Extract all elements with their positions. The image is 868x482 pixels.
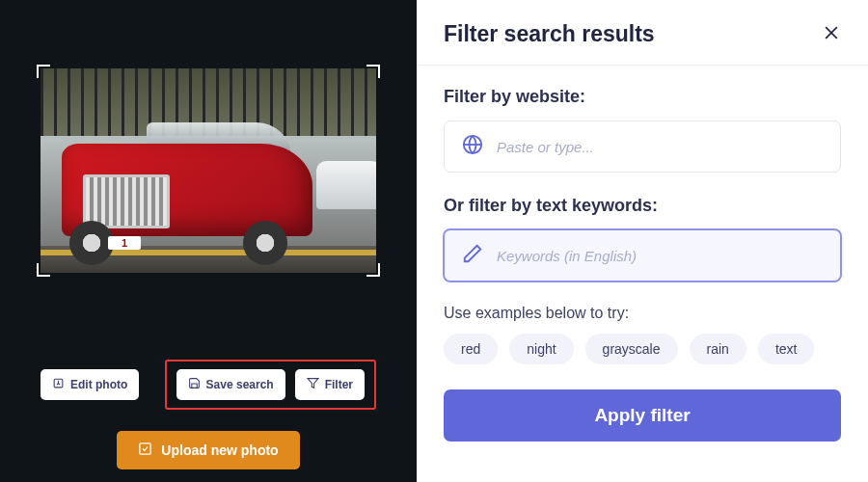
chip-grayscale[interactable]: grayscale <box>585 334 678 364</box>
filter-panel: Filter search results Filter by website:… <box>417 0 868 482</box>
filter-label: Filter <box>325 378 353 391</box>
upload-new-photo-button[interactable]: Upload new photo <box>117 431 299 469</box>
save-search-button[interactable]: Save search <box>176 369 285 400</box>
close-icon[interactable] <box>822 23 841 46</box>
pencil-icon <box>462 243 483 268</box>
chip-red[interactable]: red <box>444 334 498 364</box>
chip-text[interactable]: text <box>758 334 815 364</box>
photo-actions: Edit photo Save search Filter <box>41 360 376 410</box>
save-search-label: Save search <box>206 378 274 391</box>
svg-rect-2 <box>140 443 150 454</box>
filter-keywords-label: Or filter by text keywords: <box>444 196 841 216</box>
chip-night[interactable]: night <box>509 334 573 364</box>
chip-rain[interactable]: rain <box>690 334 746 364</box>
upload-label: Upload new photo <box>161 442 278 458</box>
panel-header: Filter search results <box>417 0 868 66</box>
highlighted-actions: Save search Filter <box>165 360 376 410</box>
photo-panel: 1 Edit photo Save search Filter Upload n… <box>0 0 417 482</box>
uploaded-photo: 1 <box>41 68 376 273</box>
panel-title: Filter search results <box>444 21 655 47</box>
filter-website-label: Filter by website: <box>444 87 841 107</box>
keywords-input[interactable] <box>497 248 823 264</box>
keywords-input-wrap[interactable] <box>444 229 841 281</box>
edit-icon <box>52 377 65 392</box>
examples-label: Use examples below to try: <box>444 305 841 322</box>
website-input[interactable] <box>497 139 823 155</box>
edit-photo-button[interactable]: Edit photo <box>41 369 139 400</box>
license-plate: 1 <box>108 236 141 250</box>
save-icon <box>188 377 201 392</box>
upload-icon <box>138 442 152 459</box>
photo-crop-frame[interactable]: 1 <box>41 68 376 273</box>
example-chips: red night grayscale rain text <box>444 334 841 364</box>
globe-icon <box>462 134 483 159</box>
website-input-wrap[interactable] <box>444 120 841 173</box>
svg-marker-1 <box>308 379 318 388</box>
edit-photo-label: Edit photo <box>70 378 127 391</box>
filter-icon <box>307 377 319 392</box>
filter-button[interactable]: Filter <box>295 369 365 400</box>
apply-filter-button[interactable]: Apply filter <box>444 389 841 442</box>
